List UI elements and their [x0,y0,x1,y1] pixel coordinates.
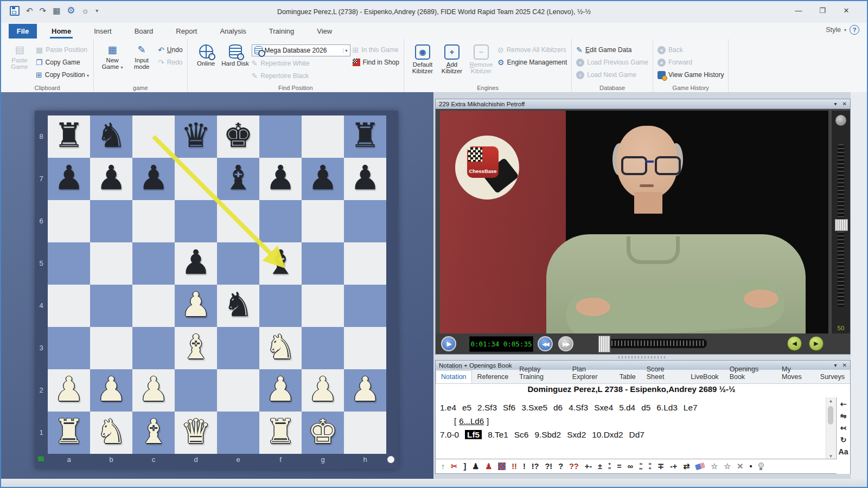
dot-icon[interactable]: • [750,462,752,471]
move-[interactable]: [ [454,416,456,426]
notation-tab-reference[interactable]: Reference [472,370,514,383]
move-d6[interactable]: d6 [553,403,563,412]
move-6-ld6[interactable]: 6...Ld6 [459,416,484,426]
compensation-icon[interactable]: =∞ [639,462,642,471]
find-in-shop-button[interactable]: Find in Shop [353,57,399,68]
black-piece-f5[interactable]: ♝ [259,240,302,285]
black-piece-c7[interactable]: ♟ [132,156,175,200]
hard-disk-button[interactable]: Hard Disk [221,42,250,84]
promote-variation-icon[interactable]: ↑ [441,462,445,471]
black-piece-e8[interactable]: ♚ [217,113,259,158]
scrollbar-thumb[interactable] [828,406,833,425]
video-panel-titlebar[interactable]: 229 Extra Mikhalchishin Petroff ▾ ✕ [436,99,850,109]
square-c8[interactable] [132,115,175,158]
square-b4[interactable] [90,285,132,327]
black-piece-e4[interactable]: ♞ [217,282,259,327]
input-mode-button[interactable]: ✎Input mode [127,42,156,84]
medal-piece-icon[interactable]: ♟ [485,462,492,471]
video-display[interactable]: ChessBase [440,111,828,333]
tab-file[interactable]: File [9,24,37,38]
square-b2[interactable]: ♟ [90,369,132,412]
interesting-move-icon[interactable]: !? [532,462,539,471]
square-g1[interactable]: ♚ [302,412,344,454]
move-10-dxd2[interactable]: 10.Dxd2 [592,430,623,439]
notation-tab-my-moves[interactable]: My Moves [776,363,815,383]
notation-tab-replay-training[interactable]: Replay Training [514,363,567,383]
square-c2[interactable]: ♟ [132,369,175,412]
square-h4[interactable] [344,285,386,327]
engine-management-button[interactable]: ⚙Engine Management [497,57,567,68]
move-5-d4[interactable]: 5.d4 [619,403,635,412]
delete-annotation-icon[interactable]: ✕ [737,462,743,471]
square-a7[interactable]: ♟ [48,158,90,200]
square-d1[interactable]: ♛ [175,412,217,454]
mistake-icon[interactable]: ? [558,462,563,471]
move-sxe4[interactable]: Sxe4 [594,403,613,412]
blunder-icon[interactable]: ?? [569,462,579,471]
move-2-sf3[interactable]: 2.Sf3 [477,403,497,412]
tab-board[interactable]: Board [123,23,165,39]
square-f7[interactable]: ♟ [259,158,302,200]
square-f8[interactable] [259,115,302,158]
database-select[interactable]: Mega Database 2026▾ [252,44,350,56]
black-piece-a8[interactable]: ♜ [48,113,90,158]
square-f5[interactable]: ♝ [259,242,302,285]
star-piece-icon[interactable]: ☆ [724,462,731,471]
square-a1[interactable]: ♜ [48,412,90,454]
square-c5[interactable] [132,242,175,285]
square-e6[interactable] [217,200,259,242]
tab-view[interactable]: View [305,23,343,39]
square-h2[interactable]: ♟ [344,369,386,412]
move-e5[interactable]: e5 [462,403,471,412]
good-move-icon[interactable]: ! [523,462,526,471]
square-c3[interactable] [132,327,175,369]
square-h6[interactable] [344,200,386,242]
white-winning-icon[interactable]: +- [585,462,592,471]
square-c1[interactable]: ♝ [132,412,175,454]
move-lf5[interactable]: Lf5 [465,430,482,439]
square-a2[interactable]: ♟ [48,369,90,412]
add-kibitzer-button[interactable]: +Add Kibitzer [438,42,466,84]
end-variation-icon[interactable]: ] [463,462,466,471]
move-dd7[interactable]: Dd7 [629,430,644,439]
move-sc6[interactable]: Sc6 [514,430,529,439]
minimize-button[interactable]: — [787,3,810,17]
font-settings-icon[interactable]: Aa [839,447,848,456]
square-g4[interactable] [302,285,344,327]
black-piece-d5[interactable]: ♟ [175,240,217,285]
star-icon[interactable]: ☆ [711,462,718,471]
square-d5[interactable]: ♟ [175,242,217,285]
square-h3[interactable] [344,327,386,369]
skip-back-button[interactable]: ◀ [787,336,802,351]
square-f3[interactable]: ♞ [259,327,302,369]
copy-position-button[interactable]: ⊞Copy Position ▾ [36,69,89,80]
rewind-button[interactable]: ◀◀ [538,336,553,351]
square-e8[interactable]: ♚ [217,115,259,158]
copy-game-button[interactable]: ❐Copy Game [36,57,89,68]
white-piece-f3[interactable]: ♞ [259,325,302,369]
dubious-move-icon[interactable]: ?! [545,462,552,471]
very-good-move-icon[interactable]: !! [512,462,517,471]
white-piece-a2[interactable]: ♟ [48,367,90,412]
scroll-up-icon[interactable]: ▲ [826,399,835,403]
square-g7[interactable]: ♟ [302,158,344,200]
new-game-button[interactable]: ▦New Game ▾ [98,42,126,84]
replay-icon[interactable]: ↻ [840,435,847,444]
white-piece-g2[interactable]: ♟ [302,367,344,412]
training-piece-icon[interactable]: ♟ [472,462,479,471]
black-piece-b8[interactable]: ♞ [90,113,132,158]
square-b1[interactable]: ♞ [90,412,132,454]
square-d7[interactable] [175,158,217,200]
move-sxd2[interactable]: Sxd2 [567,430,586,439]
square-h5[interactable] [344,242,386,285]
maximize-button[interactable]: ❐ [810,3,834,17]
panel-collapse-icon[interactable]: ▾ [834,362,837,368]
square-e2[interactable] [217,369,259,412]
square-b3[interactable] [90,327,132,369]
notation-tab-openings-book[interactable]: Openings Book [724,363,776,383]
square-f1[interactable]: ♜ [259,412,302,454]
square-e1[interactable] [217,412,259,454]
black-piece-a7[interactable]: ♟ [48,156,90,200]
square-d4[interactable]: ♟ [175,285,217,327]
move-le7[interactable]: Le7 [684,403,698,412]
